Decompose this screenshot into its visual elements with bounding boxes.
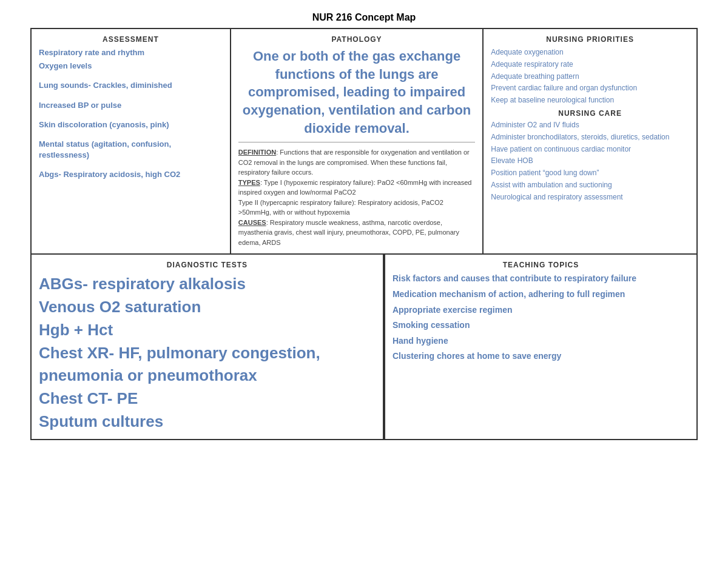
teaching-item-2: Medication mechanism of action, adhering… <box>393 289 689 301</box>
assessment-item-6: Mental status (agitation, confusion, res… <box>39 139 223 161</box>
nursing-cell: NURSING PRIORITIES Adequate oxygenation … <box>484 29 696 253</box>
nursing-care-header: NURSING CARE <box>491 109 689 118</box>
teaching-item-5: Hand hygiene <box>393 335 689 347</box>
assessment-item-1: Respiratory rate and rhythm <box>39 47 223 58</box>
pathology-definition: DEFINITION: Functions that are responsib… <box>238 142 475 247</box>
diagnostic-item-2: Venous O2 saturation <box>39 296 376 319</box>
pathology-cell: PATHOLOGY One or both of the gas exchang… <box>231 29 484 253</box>
nursing-priority-3: Adequate breathing pattern <box>491 72 689 82</box>
definition-label: DEFINITION <box>238 149 276 156</box>
top-row: ASSESSMENT Respiratory rate and rhythm O… <box>32 29 696 255</box>
diagnostic-item-3: Hgb + Hct <box>39 319 376 342</box>
teaching-item-3: Appropriate exercise regimen <box>393 304 689 316</box>
nursing-care-7: Neurological and respiratory assessment <box>491 192 689 202</box>
nursing-header: NURSING PRIORITIES <box>491 35 689 44</box>
diagnostic-cell: DIAGNOSTIC TESTS ABGs- respiratory alkal… <box>32 255 384 439</box>
nursing-priority-4: Prevent cardiac failure and organ dysfun… <box>491 83 689 93</box>
pathology-big-text: One or both of the gas exchange function… <box>238 47 475 137</box>
assessment-item-3: Lung sounds- Crackles, diminished <box>39 80 223 91</box>
nursing-care-3: Have patient on continuous cardiac monit… <box>491 144 689 155</box>
nursing-priority-1: Adequate oxygenation <box>491 47 689 58</box>
teaching-header: TEACHING TOPICS <box>393 261 689 269</box>
concept-map: ASSESSMENT Respiratory rate and rhythm O… <box>30 28 698 440</box>
nursing-priority-2: Adequate respiratory rate <box>491 59 689 70</box>
nursing-care-1: Administer O2 and IV fluids <box>491 120 689 130</box>
diagnostic-header: DIAGNOSTIC TESTS <box>39 261 376 269</box>
nursing-care-4: Elevate HOB <box>491 156 689 166</box>
nursing-care-6: Assist with ambulation and suctioning <box>491 180 689 190</box>
teaching-cell: TEACHING TOPICS Risk factors and causes … <box>384 255 696 439</box>
pathology-header: PATHOLOGY <box>238 35 475 44</box>
diagnostic-item-5: Chest CT- PE <box>39 387 376 410</box>
nursing-priority-5: Keep at baseline neurological function <box>491 95 689 105</box>
diagnostic-item-4: Chest XR- HF, pulmonary congestion, pneu… <box>39 342 376 387</box>
types-text: : Type I (hypoxemic respiratory failure)… <box>238 179 472 216</box>
assessment-item-2: Oxygen levels <box>39 61 223 72</box>
causes-text: : Respiratory muscle weakness, asthma, n… <box>238 219 459 246</box>
assessment-item-5: Skin discoloration (cyanosis, pink) <box>39 119 223 130</box>
teaching-item-1: Risk factors and causes that contribute … <box>393 273 689 285</box>
assessment-item-4: Increased BP or pulse <box>39 100 223 111</box>
assessment-cell: ASSESSMENT Respiratory rate and rhythm O… <box>32 29 231 253</box>
nursing-care-2: Administer bronchodilators, steroids, di… <box>491 132 689 142</box>
assessment-header: ASSESSMENT <box>39 35 223 44</box>
assessment-item-7: Abgs- Respiratory acidosis, high CO2 <box>39 169 223 180</box>
bottom-row: DIAGNOSTIC TESTS ABGs- respiratory alkal… <box>32 255 696 439</box>
diagnostic-item-6: Sputum cultures <box>39 410 376 433</box>
teaching-item-4: Smoking cessation <box>393 319 689 332</box>
teaching-item-6: Clustering chores at home to save energy <box>393 350 689 363</box>
causes-label: CAUSES <box>238 219 266 226</box>
types-label: TYPES <box>238 179 260 186</box>
nursing-care-5: Position patient “good lung down” <box>491 168 689 178</box>
diagnostic-item-1: ABGs- respiratory alkalosis <box>39 273 376 296</box>
page-title: NUR 216 Concept Map <box>312 12 416 23</box>
